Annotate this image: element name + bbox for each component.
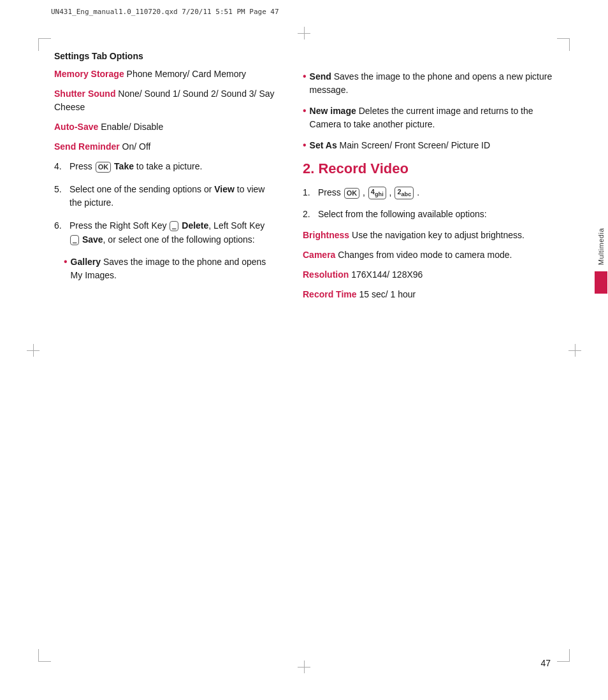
step-6: 6. Press the Right Soft Key ⎯ Delete, Le… [54,219,277,246]
camera-label: Camera [303,250,335,260]
camera-value: Changes from video mode to camera mode. [338,250,512,260]
step-5-num: 5. [54,183,67,197]
record-setting-resolution: Resolution 176X144/ 128X96 [303,268,554,282]
resolution-value: 176X144/ 128X96 [351,269,423,280]
corner-mark-br [557,649,570,662]
record-settings: Brightness Use the navigation key to adj… [303,229,554,301]
auto-save-value: Enable/ Disable [101,122,163,132]
step-4-text: Press OK Take to take a picture. [69,160,277,174]
right-soft-key-badge: ⎯ [170,221,178,231]
record-time-label: Record Time [303,289,357,299]
record-step-1-num: 1. [303,186,315,200]
view-bold: View [214,184,235,194]
corner-mark-tl [38,38,51,51]
auto-save-label: Auto-Save [54,122,98,132]
left-column: Settings Tab Options Memory Storage Phon… [54,51,296,649]
send-reminder-label: Send Reminder [54,141,120,152]
settings-item-memory: Memory Storage Phone Memory/ Card Memory [54,68,277,81]
record-setting-camera: Camera Changes from video mode to camera… [303,248,554,262]
bullet-section-left: • Gallery Saves the image to the phone a… [64,255,277,282]
settings-item-autosave: Auto-Save Enable/ Disable [54,120,277,134]
bullet-dot-new-image: • [303,103,307,131]
reg-mark-right [568,344,581,357]
bullet-dot-set-as: • [303,138,307,153]
multimedia-bar [595,271,607,294]
record-time-value: 15 sec/ 1 hour [359,289,416,299]
right-column: • Send Saves the image to the phone and … [296,51,554,649]
sidebar-tab: Multimedia [594,223,608,294]
bullet-set-as: • Set As Main Screen/ Front Screen/ Pict… [303,139,554,153]
memory-storage-value: Phone Memory/ Card Memory [127,69,247,79]
left-soft-key-badge: ⎯ [70,235,79,245]
record-video-steps: 1. Press OK , 4ghi , 2abc . 2. Select fr… [303,186,554,221]
ok-key-badge: OK [96,162,112,173]
bullet-new-image-text: New image Deletes the current image and … [310,104,554,131]
record-step-2-text: Select from the following available opti… [318,208,554,222]
record-setting-brightness: Brightness Use the navigation key to adj… [303,229,554,242]
bullet-gallery: • Gallery Saves the image to the phone a… [64,255,277,282]
step-5: 5. Select one of the sending options or … [54,183,277,210]
reg-mark-left [27,344,40,357]
bullet-gallery-text: Gallery Saves the image to the phone and… [71,255,277,282]
bullet-new-image: • New image Deletes the current image an… [303,104,554,131]
bullet-dot-gallery: • [64,254,68,282]
settings-tab-title: Settings Tab Options [54,51,277,61]
settings-item-shutter: Shutter Sound None/ Sound 1/ Sound 2/ So… [54,87,277,114]
record-video-heading: 2. Record Video [303,161,554,177]
step-5-text: Select one of the sending options or Vie… [69,183,277,210]
bullet-dot-send: • [303,69,307,97]
ok-key-2: OK [344,188,360,199]
resolution-label: Resolution [303,269,349,280]
brightness-value: Use the navigation key to adjust brightn… [352,230,525,240]
corner-mark-bl [38,649,51,662]
record-step-1-text: Press OK , 4ghi , 2abc . [318,186,554,200]
step-4-num: 4. [54,160,67,174]
record-step-1: 1. Press OK , 4ghi , 2abc . [303,186,554,200]
corner-mark-tr [557,38,570,51]
brightness-label: Brightness [303,230,349,240]
bullet-section-right-top: • Send Saves the image to the phone and … [303,70,554,153]
step-4: 4. Press OK Take to take a picture. [54,160,277,174]
header-text: UN431_Eng_manual1.0_110720.qxd 7/20/11 5… [51,8,279,16]
step-6-text: Press the Right Soft Key ⎯ Delete, Left … [69,219,277,246]
2abc-key: 2abc [394,187,414,199]
record-setting-record-time: Record Time 15 sec/ 1 hour [303,288,554,301]
record-step-2: 2. Select from the following available o… [303,208,554,222]
memory-storage-label: Memory Storage [54,69,124,79]
page-content: Settings Tab Options Memory Storage Phon… [54,51,554,649]
reg-mark-top [298,27,310,39]
bullet-send: • Send Saves the image to the phone and … [303,70,554,97]
shutter-sound-label: Shutter Sound [54,89,115,99]
bullet-send-text: Send Saves the image to the phone and op… [310,70,554,97]
reg-mark-bottom [298,661,310,673]
send-reminder-value: On/ Off [122,141,151,152]
page-number: 47 [540,658,551,668]
record-step-2-num: 2. [303,208,315,222]
multimedia-label: Multimedia [595,223,607,270]
step-6-num: 6. [54,219,67,233]
4ghi-key: 4ghi [368,187,386,199]
settings-item-send-reminder: Send Reminder On/ Off [54,140,277,154]
bullet-set-as-text: Set As Main Screen/ Front Screen/ Pictur… [310,139,491,153]
page-header: UN431_Eng_manual1.0_110720.qxd 7/20/11 5… [51,8,557,16]
